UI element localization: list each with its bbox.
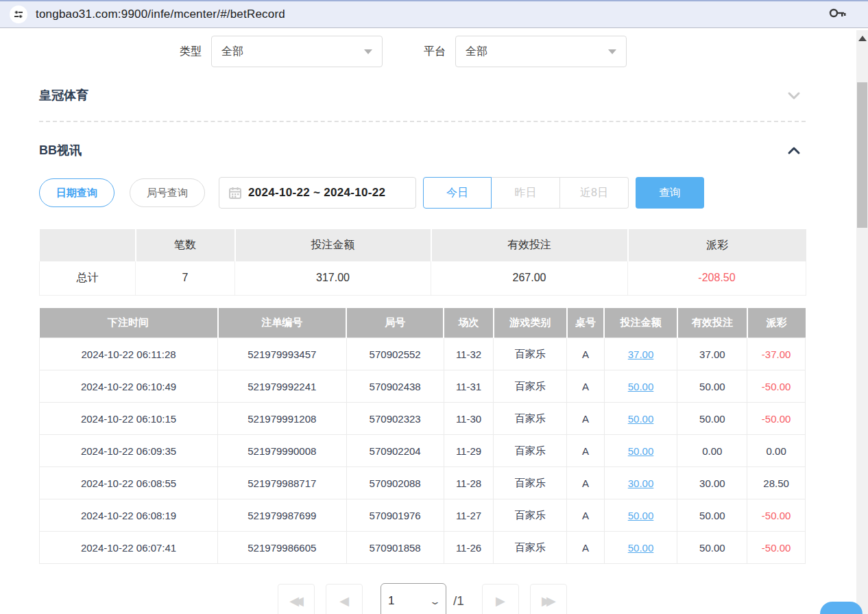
right-arrow-icon: ▶ [496,593,505,609]
table-cell: -50.00 [747,532,806,564]
table-cell: 37.00 [677,338,747,370]
chevron-down-icon[interactable] [786,88,801,103]
bet-table-header-cell: 局号 [346,308,444,338]
table-row: 2024-10-22 06:08:19521979987699570901976… [40,499,806,532]
type-select-value: 全部 [221,45,243,59]
table-cell: -50.00 [747,370,806,403]
bet-amount-link[interactable]: 50.00 [628,542,654,554]
table-cell: 521979990008 [218,435,347,467]
table-cell: 11-29 [444,435,494,467]
chevron-up-icon[interactable] [786,143,801,158]
last-page-button[interactable]: ▶▶ [530,584,567,614]
page-select[interactable]: 1 ⌄ [381,583,446,614]
bet-amount-cell: 37.00 [604,338,677,370]
table-cell: A [567,403,604,435]
chevron-down-icon: ⌄ [429,596,441,606]
table-cell: 521979993457 [218,338,347,370]
table-cell: 百家乐 [494,370,567,403]
table-cell: 50.00 [677,532,747,564]
prev-page-button[interactable]: ◀ [326,584,363,614]
scrollbar-up-arrow-icon[interactable] [858,36,867,41]
next-page-button[interactable]: ▶ [482,584,519,614]
yesterday-button[interactable]: 昨日 [492,177,560,209]
date-range-input[interactable]: 2024-10-22 ~ 2024-10-22 [219,177,416,209]
bet-amount-link[interactable]: 50.00 [628,413,654,425]
table-cell: 570902204 [346,435,444,467]
bet-amount-link[interactable]: 50.00 [628,510,654,521]
table-cell: 11-30 [444,403,494,435]
section-bb-video[interactable]: BB视讯 [39,140,806,161]
table-cell: A [567,338,604,370]
bet-amount-cell: 30.00 [604,467,677,499]
platform-select[interactable]: 全部 [455,36,627,67]
double-left-arrow-icon: ◀◀ [289,593,303,609]
bet-amount-link[interactable]: 30.00 [628,477,654,489]
table-cell: 2024-10-22 06:08:19 [40,499,218,532]
table-cell: 0.00 [747,435,806,467]
page-scrollbar[interactable] [856,30,868,614]
platform-label: 平台 [424,45,446,59]
bet-table-header-cell: 游戏类别 [494,308,567,338]
table-cell: 570902438 [346,370,444,403]
type-label: 类型 [180,45,202,59]
summary-header-cell: 投注金额 [235,229,431,261]
chat-fab-button[interactable] [820,602,863,614]
tune-icon[interactable] [10,5,27,23]
table-cell: 11-31 [444,370,494,403]
table-cell: 百家乐 [494,532,567,564]
table-cell: 570901976 [346,499,444,532]
filter-row: 类型 全部 平台 全部 [39,36,806,67]
table-cell: 11-32 [444,338,494,370]
table-cell: A [567,370,604,403]
table-row: 2024-10-22 06:07:41521979986605570901858… [40,532,806,564]
quick-date-group: 今日 昨日 近8日 [423,177,629,209]
table-cell: 50.00 [677,370,747,403]
table-cell: 570902323 [346,403,444,435]
summary-value-cell: -208.50 [628,261,806,295]
key-icon[interactable] [828,7,846,22]
bet-amount-link[interactable]: 37.00 [628,349,654,360]
date-query-tab[interactable]: 日期查询 [39,178,114,207]
table-cell: A [567,467,604,499]
table-cell: -37.00 [747,338,806,370]
summary-header-cell: 派彩 [628,229,806,261]
url-text[interactable]: tongbao31.com:9900/infe/mcenter/#/betRec… [36,8,828,21]
bet-table-header-cell: 场次 [444,308,494,338]
table-cell: 11-27 [444,499,494,532]
last8days-button[interactable]: 近8日 [560,177,629,209]
summary-value-cell: 7 [136,261,235,295]
bet-amount-cell: 50.00 [604,370,677,403]
section-title: BB视讯 [39,142,82,158]
section-crown-sports[interactable]: 皇冠体育 [39,85,806,106]
table-cell: 50.00 [677,403,747,435]
today-button[interactable]: 今日 [423,177,492,209]
type-select[interactable]: 全部 [211,36,383,67]
bet-amount-link[interactable]: 50.00 [628,381,654,392]
scrollbar-thumb[interactable] [857,82,867,228]
table-cell: 570902552 [346,338,444,370]
table-cell: 11-26 [444,532,494,564]
bet-amount-cell: 50.00 [604,499,677,532]
date-range-value: 2024-10-22 ~ 2024-10-22 [248,186,385,200]
table-cell: 0.00 [677,435,747,467]
bet-table-header-cell: 下注时间 [40,308,218,338]
bet-amount-link[interactable]: 50.00 [628,445,654,457]
first-page-button[interactable]: ◀◀ [278,584,315,614]
table-cell: 50.00 [677,499,747,532]
table-cell: 521979987699 [218,499,347,532]
table-row: 2024-10-22 06:10:15521979991208570902323… [40,403,806,435]
summary-header-cell: 笔数 [136,229,235,261]
left-arrow-icon: ◀ [339,593,349,609]
table-cell: 百家乐 [494,338,567,370]
round-query-tab[interactable]: 局号查询 [130,178,205,207]
table-row: 2024-10-22 06:08:55521979988717570902088… [40,467,806,499]
summary-header-cell [40,229,136,261]
table-cell: 百家乐 [494,403,567,435]
search-button[interactable]: 查询 [636,177,704,209]
table-cell: A [567,435,604,467]
bet-table-header-cell: 有效投注 [677,308,747,338]
query-controls: 日期查询 局号查询 2024-10-22 ~ 2024-10-22 今日 昨日 … [39,177,806,209]
bet-amount-cell: 50.00 [604,435,677,467]
platform-select-value: 全部 [466,45,487,59]
section-title: 皇冠体育 [39,87,88,104]
